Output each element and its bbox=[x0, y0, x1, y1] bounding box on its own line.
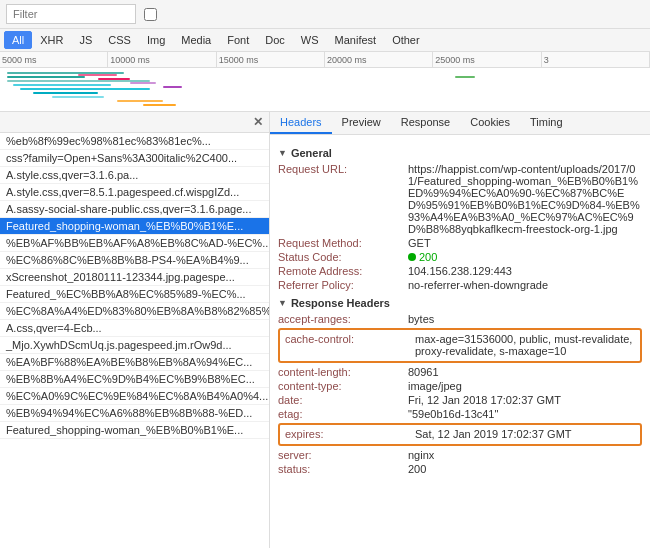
field-value: nginx bbox=[408, 449, 434, 461]
network-item[interactable]: %EB%AF%BB%EB%AF%A8%EB%8C%AD-%EC%... bbox=[0, 235, 269, 252]
network-item[interactable]: Featured_shopping-woman_%EB%B0%B1%E... bbox=[0, 218, 269, 235]
field-value: "59e0b16d-13c41" bbox=[408, 408, 498, 420]
field-key: Request Method: bbox=[278, 237, 408, 249]
detail-tab-preview[interactable]: Preview bbox=[332, 112, 391, 134]
detail-tabs: HeadersPreviewResponseCookiesTiming bbox=[270, 112, 650, 135]
timeline-bar bbox=[7, 80, 150, 82]
network-item[interactable]: %EC%A0%9C%EC%9E%84%EC%8A%B4%A0%4... bbox=[0, 388, 269, 405]
filter-tab-doc[interactable]: Doc bbox=[257, 31, 293, 49]
timeline: 5000 ms10000 ms15000 ms20000 ms25000 ms3 bbox=[0, 52, 650, 112]
network-item[interactable]: A.sassy-social-share-public.css,qver=3.1… bbox=[0, 201, 269, 218]
timeline-mark: 20000 ms bbox=[325, 52, 433, 67]
filter-tab-all[interactable]: All bbox=[4, 31, 32, 49]
field-key: status: bbox=[278, 463, 408, 475]
network-item[interactable]: A.style.css,qver=3.1.6.pa... bbox=[0, 167, 269, 184]
filter-tab-img[interactable]: Img bbox=[139, 31, 173, 49]
field-key: content-type: bbox=[278, 380, 408, 392]
filter-tab-ws[interactable]: WS bbox=[293, 31, 327, 49]
hide-urls-label bbox=[144, 8, 160, 21]
response-field: content-length:80961 bbox=[278, 366, 642, 378]
filter-input[interactable] bbox=[6, 4, 136, 24]
response-headers-title: Response Headers bbox=[278, 297, 642, 309]
filter-tab-font[interactable]: Font bbox=[219, 31, 257, 49]
close-panel-button[interactable]: ✕ bbox=[253, 115, 263, 129]
network-item[interactable]: css?family=Open+Sans%3A300italic%2C400..… bbox=[0, 150, 269, 167]
network-item[interactable]: %EC%86%8C%EB%8B%B8-PS4-%EA%B4%9... bbox=[0, 252, 269, 269]
network-item[interactable]: %EC%8A%A4%ED%83%80%EB%8A%B8%82%85%EC... bbox=[0, 303, 269, 320]
timeline-bars bbox=[0, 68, 650, 112]
response-field: content-type:image/jpeg bbox=[278, 380, 642, 392]
network-item[interactable]: Featured_shopping-woman_%EB%B0%B1%E... bbox=[0, 422, 269, 439]
field-key: Remote Address: bbox=[278, 265, 408, 277]
timeline-mark: 15000 ms bbox=[217, 52, 325, 67]
cache-control-row: cache-control:max-age=31536000, public, … bbox=[285, 333, 635, 357]
general-section-title: General bbox=[278, 147, 642, 159]
field-key: Referrer Policy: bbox=[278, 279, 408, 291]
response-field: status:200 bbox=[278, 463, 642, 475]
network-item[interactable]: _Mjo.XywhDScmUq.js.pagespeed.jm.rOw9d... bbox=[0, 337, 269, 354]
general-field: Request URL:https://happist.com/wp-conte… bbox=[278, 163, 642, 235]
filter-tab-other[interactable]: Other bbox=[384, 31, 428, 49]
filter-tab-xhr[interactable]: XHR bbox=[32, 31, 71, 49]
expires-key: expires: bbox=[285, 428, 415, 440]
network-item[interactable]: A.css,qver=4-Ecb... bbox=[0, 320, 269, 337]
network-list[interactable]: %eb%8f%99ec%98%81ec%83%81ec%...css?famil… bbox=[0, 133, 269, 548]
timeline-bar bbox=[7, 76, 85, 78]
filter-tabs: AllXHRJSCSSImgMediaFontDocWSManifestOthe… bbox=[0, 29, 650, 52]
detail-tab-timing[interactable]: Timing bbox=[520, 112, 573, 134]
hide-urls-checkbox[interactable] bbox=[144, 8, 157, 21]
network-item[interactable]: xScreenshot_20180111-123344.jpg.pagespe.… bbox=[0, 269, 269, 286]
cache-control-key: cache-control: bbox=[285, 333, 415, 357]
field-value: image/jpeg bbox=[408, 380, 462, 392]
field-value: 200 bbox=[408, 463, 426, 475]
timeline-mark: 25000 ms bbox=[433, 52, 541, 67]
field-key: content-length: bbox=[278, 366, 408, 378]
field-key: Request URL: bbox=[278, 163, 408, 235]
left-panel: ✕ %eb%8f%99ec%98%81ec%83%81ec%...css?fam… bbox=[0, 112, 270, 548]
field-value: Fri, 12 Jan 2018 17:02:37 GMT bbox=[408, 394, 561, 406]
timeline-mark: 5000 ms bbox=[0, 52, 108, 67]
filter-tab-media[interactable]: Media bbox=[173, 31, 219, 49]
timeline-bar bbox=[143, 104, 176, 106]
expires-highlight: expires:Sat, 12 Jan 2019 17:02:37 GMT bbox=[278, 423, 642, 446]
detail-tab-headers[interactable]: Headers bbox=[270, 112, 332, 134]
toolbar bbox=[0, 0, 650, 29]
field-value: 200 bbox=[408, 251, 437, 263]
network-item[interactable]: Featured_%EC%BB%A8%EC%85%89-%EC%... bbox=[0, 286, 269, 303]
network-item[interactable]: %EA%BF%88%EA%BE%B8%EB%8A%94%EC... bbox=[0, 354, 269, 371]
network-item[interactable]: %EB%8B%A4%EC%9D%B4%EC%B9%B8%EC... bbox=[0, 371, 269, 388]
general-field: Request Method:GET bbox=[278, 237, 642, 249]
general-field: Referrer Policy:no-referrer-when-downgra… bbox=[278, 279, 642, 291]
response-field: accept-ranges:bytes bbox=[278, 313, 642, 325]
field-value: no-referrer-when-downgrade bbox=[408, 279, 548, 291]
timeline-bar bbox=[455, 76, 475, 78]
field-key: accept-ranges: bbox=[278, 313, 408, 325]
timeline-bar bbox=[52, 96, 104, 98]
response-field: date:Fri, 12 Jan 2018 17:02:37 GMT bbox=[278, 394, 642, 406]
timeline-ruler: 5000 ms10000 ms15000 ms20000 ms25000 ms3 bbox=[0, 52, 650, 68]
filter-tab-manifest[interactable]: Manifest bbox=[327, 31, 385, 49]
filter-tab-css[interactable]: CSS bbox=[100, 31, 139, 49]
cache-control-value: max-age=31536000, public, must-revalidat… bbox=[415, 333, 635, 357]
timeline-mark: 10000 ms bbox=[108, 52, 216, 67]
field-value: 80961 bbox=[408, 366, 439, 378]
timeline-bar bbox=[20, 88, 150, 90]
network-item[interactable]: A.style.css,qver=8.5.1.pagespeed.cf.wisp… bbox=[0, 184, 269, 201]
field-key: etag: bbox=[278, 408, 408, 420]
detail-tab-response[interactable]: Response bbox=[391, 112, 461, 134]
timeline-bar bbox=[117, 100, 163, 102]
field-value: 104.156.238.129:443 bbox=[408, 265, 512, 277]
list-header: ✕ bbox=[0, 112, 269, 133]
filter-tab-js[interactable]: JS bbox=[71, 31, 100, 49]
network-item[interactable]: %eb%8f%99ec%98%81ec%83%81ec%... bbox=[0, 133, 269, 150]
network-item[interactable]: %EB%94%94%EC%A6%88%EB%8B%88-%ED... bbox=[0, 405, 269, 422]
detail-tab-cookies[interactable]: Cookies bbox=[460, 112, 520, 134]
main-content: ✕ %eb%8f%99ec%98%81ec%83%81ec%...css?fam… bbox=[0, 112, 650, 548]
field-key: Status Code: bbox=[278, 251, 408, 263]
right-panel: HeadersPreviewResponseCookiesTiming Gene… bbox=[270, 112, 650, 548]
timeline-bar bbox=[130, 82, 156, 84]
response-field: server:nginx bbox=[278, 449, 642, 461]
field-key: date: bbox=[278, 394, 408, 406]
expires-row: expires:Sat, 12 Jan 2019 17:02:37 GMT bbox=[285, 428, 635, 440]
field-value: https://happist.com/wp-content/uploads/2… bbox=[408, 163, 642, 235]
